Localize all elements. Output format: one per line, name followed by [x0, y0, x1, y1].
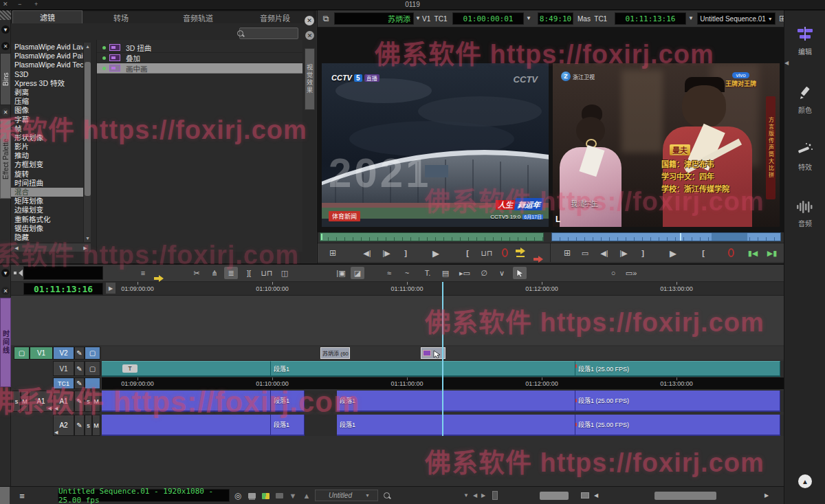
category-item[interactable]: 方框划变	[11, 160, 91, 169]
track-box-icon[interactable]	[581, 492, 589, 498]
a2-expand-icon[interactable]: ◀	[54, 430, 58, 435]
workspace-edit[interactable]: 编辑	[784, 24, 825, 72]
go-to-prev-event-icon[interactable]: ▮◀	[746, 247, 760, 259]
a1-clip-2[interactable]: 段落1	[271, 391, 305, 412]
monitor-gray-icon[interactable]	[272, 490, 286, 502]
hscroll-thumb-2[interactable]	[654, 492, 716, 500]
record-circle-icon[interactable]: ○	[606, 267, 620, 279]
source-monitor-video[interactable]: CCTV 5 直播 CCTV 2021 体育新闻 人生舞运年 CCTV5 19:…	[322, 63, 549, 227]
v1-monitor-toggle[interactable]: ▢	[85, 361, 100, 376]
category-item[interactable]: Xpress 3D 特效	[11, 79, 91, 88]
record-tc-dropdown-icon[interactable]: ▼	[688, 15, 694, 21]
dock-tab-visual-effects[interactable]: 视觉效果	[305, 48, 315, 110]
category-item[interactable]: S3D	[11, 70, 91, 79]
sidebar-eject-button[interactable]: ▲	[798, 474, 812, 488]
effect-palette-close-icon[interactable]: ✕	[1, 108, 10, 116]
tab-transitions[interactable]: 转场	[82, 12, 160, 23]
category-item[interactable]: 形状划像	[11, 133, 91, 142]
record-position-bar[interactable]	[551, 232, 781, 241]
filter-input-box[interactable]: ▼	[315, 490, 378, 501]
source-track-v1[interactable]: V1	[30, 347, 53, 360]
trim-box-icon[interactable]: ⊔⊓	[260, 267, 274, 279]
scroll-left-arrow-icon[interactable]: ◀	[594, 492, 598, 498]
sidebar-collapse-icon[interactable]: ◀	[784, 60, 789, 66]
source-mark-in-icon[interactable]: [	[461, 247, 474, 259]
record-step-back-icon[interactable]: ◀|	[597, 247, 611, 259]
disable-icon[interactable]: ∅	[477, 267, 491, 279]
scroll-left-icon[interactable]: ◀	[12, 243, 21, 252]
statusbar-tri-left-icon[interactable]: ◀	[473, 492, 477, 498]
workspace-effects[interactable]: 特效	[784, 140, 825, 188]
workspace-color[interactable]: 颜色	[784, 83, 825, 131]
source-step-forward-icon[interactable]: |▶	[380, 247, 393, 259]
sequence-dropdown-icon[interactable]: ▼	[768, 17, 773, 21]
source-mark-clip-icon[interactable]: ⊔⊓	[480, 247, 494, 259]
monitor-mode-icon[interactable]: ⧉	[319, 12, 333, 25]
source-tc-dropdown-icon[interactable]: ▼	[526, 15, 531, 21]
a1-expand-icon[interactable]: ◀	[54, 406, 58, 411]
record-track-v1[interactable]: V1	[53, 361, 74, 376]
source-mark-out-icon[interactable]: ]	[399, 247, 412, 259]
track-panel-icon[interactable]: ≣	[224, 267, 238, 279]
record-record-icon[interactable]	[728, 248, 734, 257]
source-step-back-icon[interactable]: ◀|	[360, 247, 374, 259]
a1-mute[interactable]: M	[92, 391, 100, 412]
timeline-playhead[interactable]	[442, 282, 443, 436]
record-monitor-video[interactable]: Z 浙江卫视 vivo 王牌对王牌 方言版传声筒大比拼 曼夫 国籍：津巴布韦 学…	[553, 63, 780, 227]
record-step-forward-icon[interactable]: |▶	[617, 247, 630, 259]
record-mark-in-icon[interactable]: [	[696, 247, 710, 259]
a2-pencil-cell[interactable]: ✎	[74, 415, 85, 436]
effect-item-3d-warp[interactable]: 3D 扭曲	[97, 43, 302, 53]
record-mark-out-icon[interactable]: ]	[636, 247, 650, 259]
source-record-icon[interactable]	[502, 248, 508, 257]
category-item[interactable]: 推动	[11, 151, 91, 160]
squiggle-icon[interactable]: ~	[400, 267, 414, 279]
a1-clip-1[interactable]	[102, 391, 271, 412]
category-item[interactable]: PlasmaWipe Avid Techn	[11, 61, 91, 69]
palette-close-button[interactable]: ✕	[305, 16, 314, 25]
v1-pencil-cell[interactable]: ✎	[74, 361, 85, 376]
drag-handle[interactable]	[0, 10, 11, 20]
pointer-tool-icon[interactable]	[513, 267, 527, 279]
a2-clip-1[interactable]	[102, 415, 271, 436]
waveform-toggle-icon[interactable]: ≈	[382, 267, 396, 279]
tab-audio-clip[interactable]: 音频片段	[236, 12, 314, 23]
category-item[interactable]: 压缩	[11, 97, 91, 106]
target-icon[interactable]: ◎	[231, 490, 245, 502]
effect-item-superimpose[interactable]: 叠加	[97, 53, 302, 63]
bins-close-icon[interactable]: ✕	[1, 42, 10, 50]
v1-clip-2[interactable]: 段落1	[271, 361, 575, 377]
search-input[interactable]	[241, 29, 287, 38]
text-tool-icon[interactable]: T.	[421, 267, 434, 279]
source-name-dropdown-icon[interactable]: ▼	[415, 15, 421, 21]
scissors-icon[interactable]: ✂	[190, 267, 204, 279]
timeline-timecode-box[interactable]: 01:11:13:16	[23, 283, 103, 295]
record-toggle-icon[interactable]: ▭	[578, 247, 592, 259]
category-item[interactable]: 帧	[11, 124, 91, 133]
curve-icon[interactable]: ∨	[495, 267, 509, 279]
marker-icon[interactable]: |▣	[334, 267, 348, 279]
a1-clip-4[interactable]: 段落1 (25.00 FPS)	[575, 391, 780, 412]
effect-item-pip-selected[interactable]: 画中画	[97, 63, 302, 74]
category-item[interactable]: 矩阵划像	[11, 197, 91, 206]
splice-in-icon[interactable]	[516, 249, 527, 257]
video-quality-icon[interactable]	[258, 490, 272, 502]
timeline-menu-button[interactable]: ▼	[1, 269, 10, 277]
monitor-small-icon[interactable]	[245, 490, 258, 502]
a2-clip-2[interactable]: 段落1	[271, 415, 305, 436]
tab-filters[interactable]: 滤镜	[12, 10, 82, 23]
record-track-a1[interactable]: A1 ◀	[53, 391, 74, 412]
category-vscrollbar[interactable]: ▲ ▼	[83, 43, 91, 242]
statusbar-tri-down-icon[interactable]: ▼	[463, 492, 469, 498]
source-settings-grid-icon[interactable]: ⊞	[326, 247, 340, 259]
match-frame-icon[interactable]: ⋔	[208, 267, 221, 279]
slip-slide-icon[interactable]: ◪	[351, 267, 364, 279]
a1-solo[interactable]: s	[85, 391, 92, 412]
hscroll-thumb-1[interactable]	[540, 492, 569, 500]
scroll-down-icon[interactable]: ▼	[84, 234, 91, 242]
segment-mode-icon[interactable]: ◫	[278, 267, 292, 279]
source-timecode-box[interactable]: 01:00:00:01	[452, 12, 524, 25]
category-hscrollbar[interactable]: ◀ ▶	[11, 243, 91, 252]
sequence-selector-box[interactable]: Untitled Sequence.01 ▼	[697, 12, 776, 25]
a1-source-mute[interactable]: M	[21, 391, 29, 412]
